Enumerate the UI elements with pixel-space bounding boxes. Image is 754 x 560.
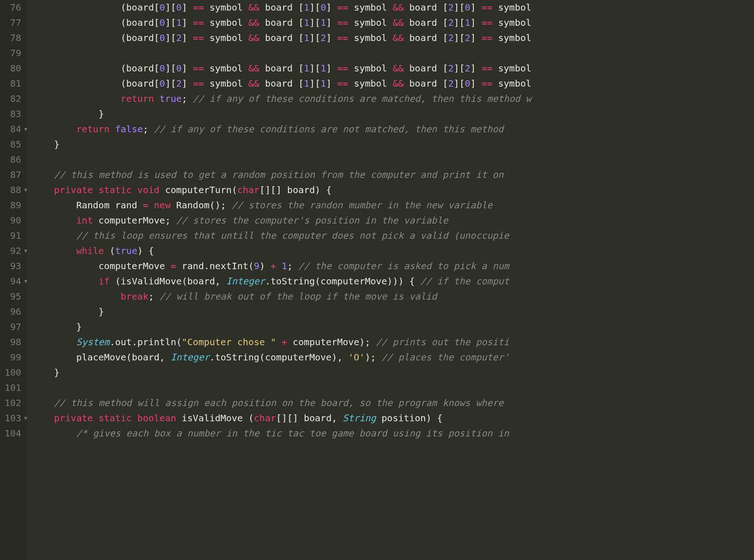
code-line[interactable] (32, 46, 754, 61)
token-paren: ( (182, 276, 187, 287)
token-paren: [ (442, 17, 448, 28)
token-num: 1 (320, 17, 326, 28)
line-number: 98 (5, 335, 21, 350)
line-number: 97 (5, 319, 21, 335)
token-comment: // this method is used to get a random p… (54, 169, 509, 180)
token-ident (104, 245, 110, 256)
token-fn: computerTurn (165, 184, 232, 195)
token-paren: ( (126, 352, 132, 363)
code-line[interactable]: Random rand = new Random(); // stores th… (32, 198, 754, 213)
code-line[interactable]: /* gives each box a number in the tic ta… (32, 426, 754, 441)
code-line[interactable]: (board[0][0] == symbol && board [1][1] =… (32, 61, 754, 76)
token-paren: ][ (309, 32, 320, 43)
code-line[interactable]: (board[0][1] == symbol && board [1][1] =… (32, 15, 754, 30)
token-num: 1 (176, 17, 182, 28)
token-ident: board (404, 78, 442, 89)
token-ident: symbol (493, 17, 531, 28)
code-line[interactable]: private static boolean isValidMove (char… (32, 411, 754, 426)
code-line[interactable]: return true; // if any of these conditio… (32, 91, 754, 106)
token-ident (159, 184, 165, 195)
code-line[interactable] (32, 380, 754, 395)
code-line[interactable]: // this loop ensures that untill the com… (32, 228, 754, 243)
token-op: = (143, 200, 148, 211)
token-kw: void (137, 184, 159, 195)
code-line[interactable]: return false; // if any of these conditi… (32, 122, 754, 137)
token-paren: ][ (309, 63, 320, 74)
token-paren: ] (471, 78, 482, 89)
line-number: 78 (5, 30, 21, 46)
token-num: 2 (176, 32, 182, 43)
token-kw: return (121, 93, 154, 104)
token-ident: board (126, 17, 154, 28)
fold-marker-icon[interactable]: ▼ (24, 122, 28, 137)
code-line[interactable]: private static void computerTurn(char[][… (32, 183, 754, 198)
code-line[interactable] (32, 152, 754, 167)
token-fn: toString (215, 352, 259, 363)
code-line[interactable]: while (true) { (32, 243, 754, 259)
token-kw: int (76, 215, 93, 226)
token-comment: // will break out of the loop if the mov… (159, 291, 437, 302)
token-paren: ] (326, 2, 337, 13)
code-line[interactable]: if (isValidMove(board, Integer.toString(… (32, 274, 754, 289)
token-op: && (248, 32, 259, 43)
token-op: == (337, 2, 348, 13)
token-paren: ][ (165, 78, 176, 89)
token-comment: // this loop ensures that untill the com… (76, 230, 509, 241)
token-kw: static (99, 184, 132, 195)
token-ident: symbol (204, 63, 248, 74)
code-line[interactable]: } (32, 319, 754, 335)
code-line[interactable]: computerMove = rand.nextInt(9) + 1; // t… (32, 259, 754, 274)
code-line[interactable]: break; // will break out of the loop if … (32, 289, 754, 304)
token-paren: [ (298, 32, 304, 43)
code-line[interactable]: } (32, 365, 754, 380)
token-paren: ][ (454, 78, 465, 89)
code-line[interactable]: System.out.println("Computer chose " + c… (32, 335, 754, 350)
token-paren: ][ (309, 78, 320, 89)
code-line[interactable]: (board[0][2] == symbol && board [1][1] =… (32, 76, 754, 91)
token-num: 2 (465, 63, 471, 74)
token-num: 2 (448, 2, 454, 13)
token-paren: ] (182, 17, 193, 28)
code-line[interactable]: placeMove(board, Integer.toString(comput… (32, 350, 754, 365)
token-num: 0 (159, 32, 165, 43)
token-ident: computerMove (93, 215, 165, 226)
token-op: == (193, 63, 204, 74)
token-paren: ] (471, 17, 482, 28)
line-number: 82 (5, 91, 21, 106)
fold-marker-icon[interactable]: ▼ (24, 183, 28, 198)
token-ident: board (287, 184, 315, 195)
token-ident: symbol (348, 32, 393, 43)
line-number: 103▼ (5, 411, 21, 426)
code-area[interactable]: (board[0][0] == symbol && board [1][0] =… (28, 0, 754, 560)
token-kw: boolean (137, 413, 176, 424)
code-line[interactable]: } (32, 106, 754, 122)
token-num: 1 (304, 2, 309, 13)
token-kw: private (54, 413, 93, 424)
token-paren: ( (259, 352, 265, 363)
token-paren: ; (287, 260, 298, 271)
code-line[interactable]: (board[0][2] == symbol && board [1][2] =… (32, 30, 754, 46)
token-ident: symbol (204, 2, 248, 13)
line-number: 88▼ (5, 183, 21, 198)
token-op: && (393, 63, 404, 74)
token-paren: ( (121, 78, 126, 89)
token-num: 1 (282, 260, 287, 271)
fold-marker-icon[interactable]: ▼ (24, 274, 28, 289)
line-number: 96 (5, 304, 21, 319)
code-line[interactable]: } (32, 137, 754, 152)
fold-marker-icon[interactable]: ▼ (24, 411, 28, 426)
code-line[interactable]: // this method is used to get a random p… (32, 167, 754, 183)
token-paren: [ (298, 63, 304, 74)
token-num: 2 (448, 78, 454, 89)
token-ident: board (404, 2, 442, 13)
fold-marker-icon[interactable]: ▼ (24, 243, 28, 259)
token-paren: ( (248, 413, 254, 424)
token-op: == (482, 78, 493, 89)
code-editor[interactable]: 767778798081828384▼85868788▼89909192▼939… (0, 0, 754, 560)
code-line[interactable]: } (32, 304, 754, 319)
code-line[interactable]: (board[0][0] == symbol && board [1][0] =… (32, 0, 754, 15)
token-paren: ) { (315, 184, 331, 195)
code-line[interactable]: // this method will assign each position… (32, 395, 754, 411)
code-line[interactable]: int computerMove; // stores the computer… (32, 213, 754, 228)
token-op: == (337, 63, 348, 74)
